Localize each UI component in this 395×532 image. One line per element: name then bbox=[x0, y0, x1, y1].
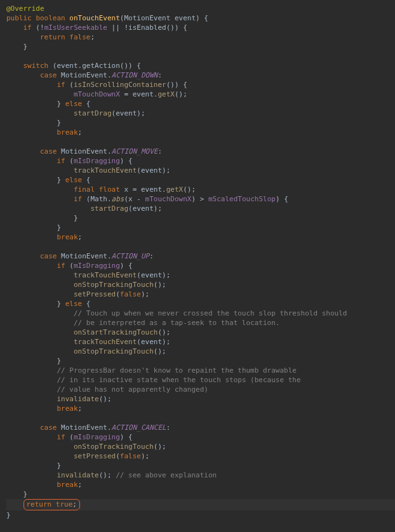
kw-switch: switch bbox=[23, 62, 49, 70]
kw-case: case bbox=[40, 71, 57, 79]
field: mIsUserSeekable bbox=[44, 23, 107, 32]
highlighted-box: return true; bbox=[23, 499, 80, 510]
const-action-down: ACTION_DOWN bbox=[112, 71, 158, 79]
call: isInScrollingContainer bbox=[74, 81, 166, 89]
const-action-move: ACTION_MOVE bbox=[112, 147, 158, 156]
kw-return: return bbox=[40, 33, 69, 41]
code-editor[interactable]: @Override public boolean onTouchEvent(Mo… bbox=[0, 0, 395, 524]
kw-if: if bbox=[23, 23, 32, 32]
params: (MotionEvent event) { bbox=[120, 14, 208, 22]
kw-break: break bbox=[57, 128, 77, 136]
annotation: @Override bbox=[6, 4, 44, 13]
kw-public: public bbox=[6, 14, 32, 22]
const-action-up: ACTION_UP bbox=[112, 252, 150, 260]
kw-boolean: boolean bbox=[36, 14, 65, 22]
comment: // Touch up when we never crossed the to… bbox=[74, 309, 347, 317]
const-action-cancel: ACTION_CANCEL bbox=[112, 423, 166, 432]
highlighted-line: return true; bbox=[6, 499, 395, 510]
method-name: onTouchEvent bbox=[69, 14, 119, 22]
